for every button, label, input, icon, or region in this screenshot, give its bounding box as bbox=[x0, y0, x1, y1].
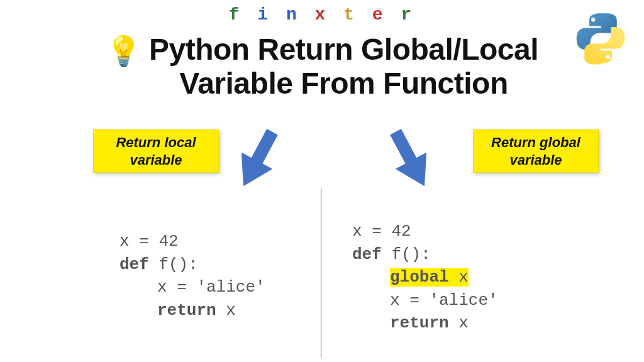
lightbulb-icon: 💡 bbox=[106, 36, 142, 65]
code-line: x bbox=[449, 314, 469, 332]
brand-letter: x bbox=[315, 5, 330, 25]
code-highlighted: x bbox=[449, 268, 469, 287]
label-left-line2: variable bbox=[130, 152, 182, 168]
keyword-def: def bbox=[119, 255, 149, 274]
title-line-1: Python Return Global/Local bbox=[149, 33, 538, 66]
label-return-global: Return global variable bbox=[473, 129, 599, 173]
keyword-return: return bbox=[390, 314, 449, 332]
label-left-line1: Return local bbox=[116, 134, 196, 150]
code-line: x = 42 bbox=[119, 232, 179, 251]
code-line: x = 'alice' bbox=[157, 278, 265, 297]
brand-letter: i bbox=[257, 5, 272, 25]
arrow-right-icon bbox=[385, 124, 435, 196]
brand-letter: r bbox=[401, 5, 415, 25]
arrow-left-icon bbox=[233, 124, 283, 196]
code-line: x = 42 bbox=[352, 222, 411, 241]
code-line: f(): bbox=[149, 255, 198, 274]
svg-marker-1 bbox=[233, 153, 272, 194]
label-right-line1: Return global bbox=[491, 134, 580, 150]
brand-letter: f bbox=[229, 5, 243, 25]
code-block-local: x = 42 def f(): x = 'alice' return x bbox=[119, 207, 265, 322]
brand-letter: t bbox=[343, 5, 358, 25]
keyword-def: def bbox=[352, 245, 382, 264]
page-title: 💡 Python Return Global/Local Variable Fr… bbox=[39, 33, 605, 101]
code-block-global: x = 42 def f(): global x x = 'alice' ret… bbox=[352, 197, 498, 334]
label-right-line2: variable bbox=[509, 152, 562, 168]
keyword-global-highlighted: global bbox=[390, 268, 449, 287]
brand-letter: n bbox=[286, 5, 301, 25]
keyword-return: return bbox=[157, 301, 216, 320]
brand-letter: e bbox=[372, 5, 387, 25]
code-line: f(): bbox=[382, 245, 431, 264]
code-line: x = 'alice' bbox=[390, 291, 498, 310]
label-return-local: Return local variable bbox=[93, 129, 219, 173]
vertical-divider bbox=[321, 189, 321, 358]
title-line-2: Variable From Function bbox=[179, 67, 508, 100]
code-line: x bbox=[216, 301, 236, 320]
brand-logo: f i n x t e r bbox=[229, 5, 416, 25]
svg-marker-3 bbox=[396, 153, 435, 194]
